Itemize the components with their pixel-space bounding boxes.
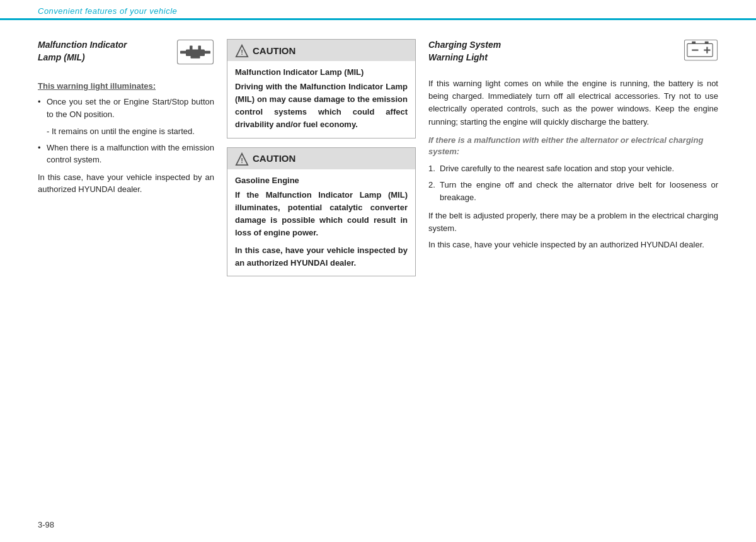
right-col-body: If this warning light comes on while the… [428,77,718,251]
battery-icon [684,39,718,61]
charging-body-text-1: If this warning light comes on while the… [428,77,718,128]
caution-header-1: ! CAUTION [227,40,415,61]
bullet-2: When there is a malfunction with the emi… [38,142,214,166]
caution-text-2b: In this case, have your vehicle inspecte… [235,244,408,269]
caution-header-2: ! CAUTION [227,148,415,169]
charging-section-title: Charging System Warning Light [428,39,718,64]
page-header: Convenient features of your vehicle [0,0,756,20]
svg-rect-1 [186,50,205,57]
caution-label-2: CAUTION [253,153,295,164]
page-footer: 3-98 [38,520,54,529]
svg-rect-13 [692,42,696,44]
left-column: Malfunction Indicator Lamp (MIL) This wa… [38,39,214,285]
svg-rect-3 [198,46,202,51]
step-2: 2. Turn the engine off and check the alt… [428,179,718,204]
numbered-steps: 1. Drive carefully to the nearest safe l… [428,162,718,204]
sub-item-1: - It remains on until the engine is star… [38,125,214,138]
caution-text-2a: If the Malfunction Indicator Lamp (MIL) … [235,189,408,240]
left-col-body: This warning light illuminates: Once you… [38,81,214,196]
right-column: Charging System Warning Light If this wa… [428,39,718,285]
malfunction-subheading: If there is a malfunction with either th… [428,135,718,157]
charging-section-header: Charging System Warning Light [428,39,718,70]
caution-box-1: ! CAUTION Malfunction Indicator Lamp (MI… [227,39,416,138]
caution-text-1: Driving with the Malfunction Indicator L… [235,81,408,132]
svg-text:!: ! [241,157,243,164]
caution-body-1: Malfunction Indicator Lamp (MIL) Driving… [227,61,415,138]
caution-subheading-2: Gasoline Engine [235,176,408,185]
svg-rect-4 [180,51,187,54]
caution-subheading-1: Malfunction Indicator Lamp (MIL) [235,67,408,77]
in-this-case-text: In this case, have your vehicle inspecte… [38,171,214,196]
warning-bullets-2: When there is a malfunction with the emi… [38,142,214,166]
main-content: Malfunction Indicator Lamp (MIL) This wa… [0,20,756,304]
caution-label-1: CAUTION [253,45,295,56]
caution-body-2: Gasoline Engine If the Malfunction Indic… [227,169,415,276]
middle-column: ! CAUTION Malfunction Indicator Lamp (MI… [227,39,416,285]
belt-text: If the belt is adjusted properly, there … [428,210,718,235]
bullet-1: Once you set the or Engine Start/Stop bu… [38,96,214,120]
caution-triangle-icon-1: ! [235,44,248,57]
caution-triangle-icon-2: ! [235,152,248,165]
authorized-dealer-text: In this case, have your vehicle inspecte… [428,239,718,251]
warning-subheading: This warning light illuminates: [38,81,214,91]
svg-rect-5 [204,51,211,54]
warning-bullets: Once you set the or Engine Start/Stop bu… [38,96,214,120]
mil-icon [176,39,214,67]
caution-box-2: ! CAUTION Gasoline Engine If the Malfunc… [227,147,416,277]
mil-section-header: Malfunction Indicator Lamp (MIL) [38,39,214,70]
header-title: Convenient features of your vehicle [38,6,177,16]
svg-rect-2 [190,46,193,51]
svg-rect-6 [191,55,200,59]
page-number: 3-98 [38,520,54,529]
svg-rect-14 [705,42,709,44]
svg-text:!: ! [241,48,243,56]
step-1: 1. Drive carefully to the nearest safe l… [428,162,718,175]
